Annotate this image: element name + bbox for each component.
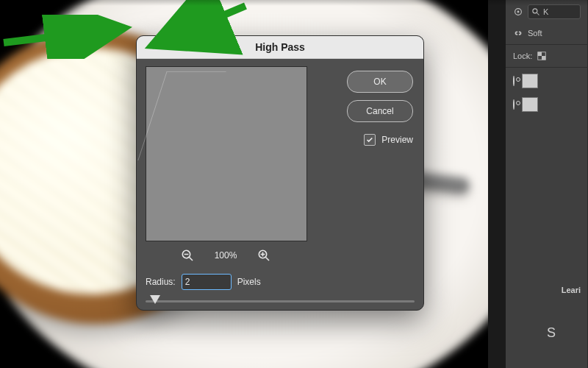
svg-line-3 — [537, 13, 539, 15]
svg-rect-5 — [538, 52, 542, 56]
bottom-glyph: S — [547, 325, 556, 341]
panel-search[interactable]: K — [528, 4, 581, 19]
zoom-level: 100% — [215, 250, 237, 261]
learn-label[interactable]: Leari — [562, 286, 581, 294]
lock-pixels-icon[interactable] — [537, 51, 547, 61]
preview-checkbox[interactable]: Preview — [364, 134, 413, 146]
search-icon — [531, 7, 540, 16]
svg-point-2 — [533, 9, 537, 13]
dialog-title: High Pass — [255, 41, 305, 53]
layer-thumbnail[interactable] — [522, 74, 538, 88]
blend-mode-label[interactable]: Soft — [528, 29, 542, 38]
ok-button[interactable]: OK — [347, 71, 413, 93]
radius-label: Radius: — [146, 277, 176, 287]
radius-input[interactable] — [182, 274, 232, 290]
filter-preview[interactable] — [146, 66, 307, 241]
dialog-titlebar[interactable]: High Pass — [137, 36, 423, 59]
svg-line-11 — [266, 258, 270, 261]
zoom-out-icon[interactable] — [181, 249, 194, 262]
preview-label: Preview — [381, 135, 413, 145]
link-icon — [513, 28, 523, 38]
svg-rect-6 — [542, 56, 545, 60]
cancel-button[interactable]: Cancel — [347, 100, 413, 122]
visibility-icon[interactable] — [513, 77, 514, 85]
lock-label: Lock: — [513, 52, 532, 60]
zoom-in-icon[interactable] — [257, 249, 270, 262]
radius-units: Pixels — [237, 277, 261, 287]
visibility-icon[interactable] — [513, 100, 514, 109]
svg-point-1 — [517, 11, 520, 13]
side-panel: K Soft Lock: Leari S — [506, 0, 588, 368]
svg-line-8 — [189, 258, 193, 261]
slider-handle-icon[interactable] — [150, 295, 160, 304]
panel-mystery-icon — [513, 7, 523, 17]
layer-thumbnail[interactable] — [522, 97, 538, 112]
radius-slider[interactable] — [146, 294, 415, 308]
high-pass-dialog: High Pass OK Cancel Preview 100% — [136, 35, 424, 311]
panel-search-text: K — [543, 7, 548, 16]
checkbox-icon — [364, 134, 376, 146]
